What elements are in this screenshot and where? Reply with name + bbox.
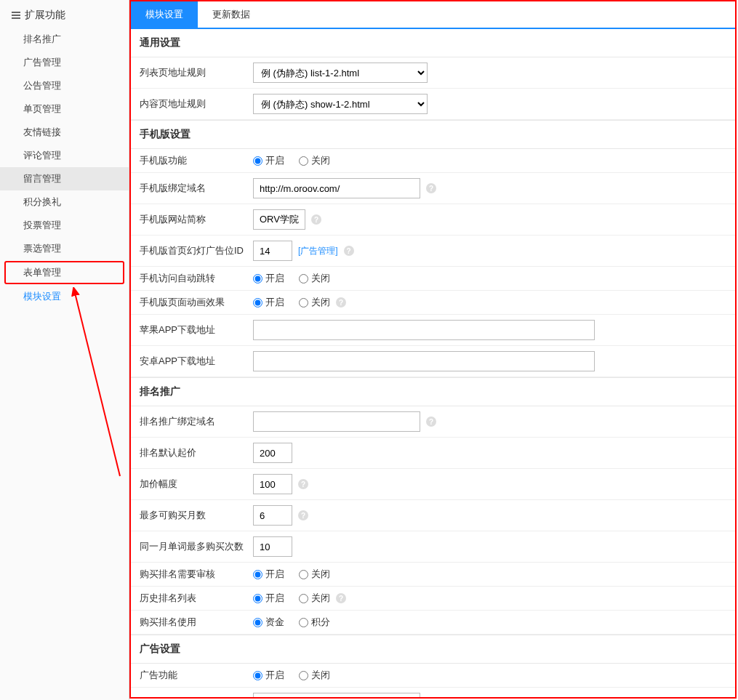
row-rank-pay-with: 购买排名使用 资金 积分 <box>131 611 735 635</box>
menu-icon <box>12 12 20 19</box>
help-icon[interactable]: ? <box>298 479 308 489</box>
input-android-app-url[interactable] <box>253 351 595 371</box>
tab-module-settings[interactable]: 模块设置 <box>131 1 198 28</box>
row-android-app-url: 安卓APP下载地址 <box>131 346 735 377</box>
label-rank-history: 历史排名列表 <box>131 592 253 605</box>
sidebar-item-links[interactable]: 友情链接 <box>0 121 129 144</box>
select-list-url-rule[interactable]: 例 (伪静态) list-1-2.html <box>253 63 428 83</box>
input-rank-domain[interactable] <box>253 411 420 432</box>
label-rank-pay-with: 购买排名使用 <box>131 616 253 629</box>
radio-pay-money[interactable]: 资金 <box>253 616 284 629</box>
radio-auto-redirect-on[interactable]: 开启 <box>253 272 284 285</box>
tabs: 模块设置 更新数据 <box>131 1 735 29</box>
label-ad-feature: 广告功能 <box>131 669 253 682</box>
row-mobile-anim: 手机版页面动画效果 开启 关闭 ? <box>131 291 735 315</box>
section-mobile: 手机版设置 <box>131 120 735 149</box>
section-general: 通用设置 <box>131 29 735 57</box>
section-ranking: 排名推广 <box>131 377 735 406</box>
label-mobile-feature: 手机版功能 <box>131 154 253 167</box>
sidebar-title: 扩展功能 <box>25 9 65 22</box>
label-ad-domain: 广告绑定域名 <box>131 696 253 697</box>
label-rank-start-price: 排名默认起价 <box>131 446 253 459</box>
sidebar-item-guestbook[interactable]: 留言管理 <box>0 167 129 190</box>
label-mobile-domain: 手机版绑定域名 <box>131 182 253 195</box>
radio-pay-points[interactable]: 积分 <box>299 616 330 629</box>
row-rank-step: 加价幅度 ? <box>131 469 735 500</box>
sidebar-item-vote[interactable]: 投票管理 <box>0 214 129 237</box>
row-mobile-feature: 手机版功能 开启 关闭 <box>131 149 735 173</box>
sidebar: 扩展功能 排名推广 广告管理 公告管理 单页管理 友情链接 评论管理 留言管理 … <box>0 0 129 700</box>
radio-history-on[interactable]: 开启 <box>253 592 284 605</box>
input-mobile-domain[interactable] <box>253 178 420 198</box>
label-mobile-auto-redirect: 手机访问自动跳转 <box>131 272 253 285</box>
label-rank-need-audit: 购买排名需要审核 <box>131 568 253 581</box>
input-rank-start-price[interactable] <box>253 443 292 463</box>
section-ads: 广告设置 <box>131 635 735 664</box>
radio-audit-off[interactable]: 关闭 <box>299 568 330 581</box>
row-content-url-rule: 内容页地址规则 例 (伪静态) show-1-2.html <box>131 89 735 120</box>
sidebar-header: 扩展功能 <box>0 3 129 28</box>
label-mobile-sitename: 手机版网站简称 <box>131 213 253 226</box>
form-area: 通用设置 列表页地址规则 例 (伪静态) list-1-2.html 内容页地址… <box>131 29 735 697</box>
sidebar-item-points[interactable]: 积分换礼 <box>0 190 129 214</box>
help-icon[interactable]: ? <box>298 510 308 520</box>
row-rank-start-price: 排名默认起价 <box>131 438 735 469</box>
row-ad-domain: 广告绑定域名 ? <box>131 688 735 697</box>
label-rank-domain: 排名推广绑定域名 <box>131 415 253 428</box>
help-icon[interactable]: ? <box>426 183 436 193</box>
label-content-url-rule: 内容页地址规则 <box>131 97 253 110</box>
row-list-url-rule: 列表页地址规则 例 (伪静态) list-1-2.html <box>131 57 735 89</box>
help-icon[interactable]: ? <box>336 593 346 603</box>
input-rank-max-months[interactable] <box>253 505 292 526</box>
label-rank-step: 加价幅度 <box>131 478 253 491</box>
label-rank-max-months: 最多可购买月数 <box>131 509 253 522</box>
label-ios-app-url: 苹果APP下载地址 <box>131 323 253 337</box>
row-rank-need-audit: 购买排名需要审核 开启 关闭 <box>131 563 735 587</box>
sidebar-item-notice[interactable]: 公告管理 <box>0 74 129 97</box>
input-mobile-slide-adid[interactable] <box>253 241 292 261</box>
help-icon[interactable]: ? <box>344 246 354 256</box>
radio-mobile-feature-off[interactable]: 关闭 <box>299 154 330 167</box>
input-rank-max-buy[interactable] <box>253 536 292 557</box>
label-mobile-slide-adid: 手机版首页幻灯广告位ID <box>131 244 253 257</box>
row-mobile-domain: 手机版绑定域名 ? <box>131 173 735 204</box>
help-icon[interactable]: ? <box>426 417 436 427</box>
input-rank-step[interactable] <box>253 474 292 494</box>
tab-update-data[interactable]: 更新数据 <box>198 1 265 28</box>
radio-anim-off[interactable]: 关闭 <box>299 296 330 309</box>
link-ad-manage[interactable]: [广告管理] <box>298 245 338 257</box>
radio-ad-off[interactable]: 关闭 <box>299 669 330 682</box>
help-icon[interactable]: ? <box>336 297 346 307</box>
input-ios-app-url[interactable] <box>253 320 595 340</box>
row-mobile-auto-redirect: 手机访问自动跳转 开启 关闭 <box>131 267 735 291</box>
radio-history-off[interactable]: 关闭 <box>299 592 330 605</box>
row-rank-history: 历史排名列表 开启 关闭 ? <box>131 587 735 611</box>
row-mobile-sitename: 手机版网站简称 ? <box>131 204 735 236</box>
row-rank-max-buy: 同一月单词最多购买次数 <box>131 531 735 563</box>
sidebar-item-ads[interactable]: 广告管理 <box>0 51 129 74</box>
sidebar-item-module-settings[interactable]: 模块设置 <box>0 285 129 308</box>
select-content-url-rule[interactable]: 例 (伪静态) show-1-2.html <box>253 94 428 114</box>
radio-mobile-feature-on[interactable]: 开启 <box>253 154 284 167</box>
input-mobile-sitename[interactable] <box>253 209 305 230</box>
row-rank-domain: 排名推广绑定域名 ? <box>131 406 735 438</box>
help-icon[interactable]: ? <box>311 214 321 225</box>
radio-anim-on[interactable]: 开启 <box>253 296 284 309</box>
label-list-url-rule: 列表页地址规则 <box>131 66 253 79</box>
input-ad-domain[interactable] <box>253 693 420 697</box>
main-panel: 模块设置 更新数据 通用设置 列表页地址规则 例 (伪静态) list-1-2.… <box>129 0 737 699</box>
sidebar-item-form[interactable]: 表单管理 <box>4 261 124 284</box>
sidebar-item-page[interactable]: 单页管理 <box>0 97 129 121</box>
row-ad-feature: 广告功能 开启 关闭 <box>131 664 735 688</box>
row-mobile-slide-adid: 手机版首页幻灯广告位ID [广告管理] ? <box>131 236 735 267</box>
radio-audit-on[interactable]: 开启 <box>253 568 284 581</box>
label-android-app-url: 安卓APP下载地址 <box>131 355 253 368</box>
row-ios-app-url: 苹果APP下载地址 <box>131 315 735 346</box>
radio-auto-redirect-off[interactable]: 关闭 <box>299 272 330 285</box>
sidebar-item-ranking[interactable]: 排名推广 <box>0 28 129 51</box>
sidebar-item-comments[interactable]: 评论管理 <box>0 144 129 167</box>
radio-ad-on[interactable]: 开启 <box>253 669 284 682</box>
label-mobile-anim: 手机版页面动画效果 <box>131 296 253 309</box>
sidebar-item-poll[interactable]: 票选管理 <box>0 237 129 260</box>
label-rank-max-buy: 同一月单词最多购买次数 <box>131 540 253 553</box>
